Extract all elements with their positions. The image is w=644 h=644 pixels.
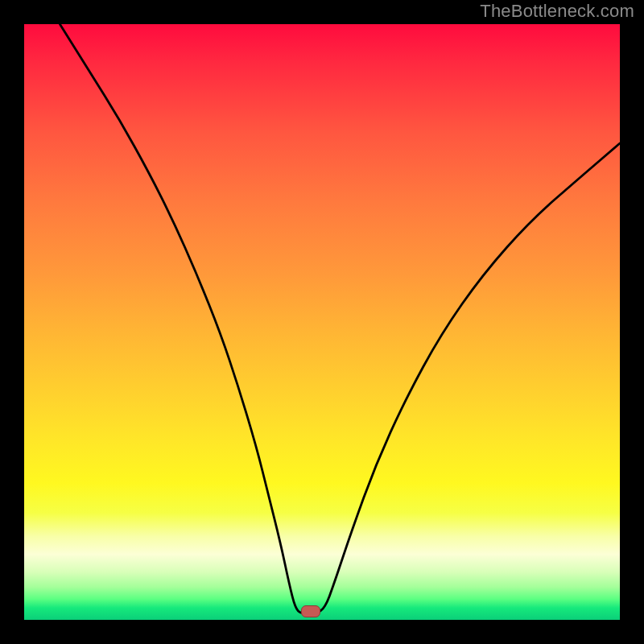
bottleneck-curve (60, 24, 620, 614)
watermark-text: TheBottleneck.com (480, 1, 634, 22)
plot-area (24, 24, 620, 620)
minimum-marker (301, 605, 320, 617)
chart-frame: TheBottleneck.com (0, 0, 644, 644)
curve-layer (24, 24, 620, 620)
